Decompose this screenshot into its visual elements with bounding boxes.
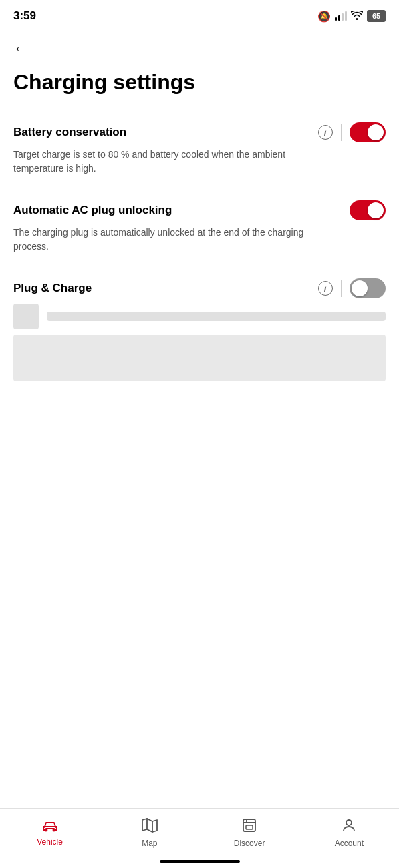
signal-bar-2 xyxy=(338,15,340,21)
home-indicator xyxy=(160,860,240,863)
setting-row-battery: Battery conservation i xyxy=(13,122,386,142)
skeleton-avatar xyxy=(13,304,39,329)
setting-ac-plug: Automatic AC plug unlocking The charging… xyxy=(13,188,386,266)
skeleton-line xyxy=(47,312,386,321)
bottom-nav: Vehicle Map Discover Ac xyxy=(0,808,399,868)
ac-plug-title: Automatic AC plug unlocking xyxy=(13,204,172,217)
setting-row-plug-charge: Plug & Charge i xyxy=(13,278,386,298)
discover-icon xyxy=(241,817,257,836)
account-label: Account xyxy=(335,839,364,848)
map-icon xyxy=(141,817,158,836)
vehicle-label: Vehicle xyxy=(37,837,63,847)
ac-plug-controls xyxy=(350,200,386,220)
setting-row-ac-plug: Automatic AC plug unlocking xyxy=(13,200,386,220)
status-icons: 🔕 65 xyxy=(317,10,386,23)
nav-vehicle[interactable]: Vehicle xyxy=(0,819,100,847)
nav-discover[interactable]: Discover xyxy=(200,817,299,848)
map-label: Map xyxy=(142,839,157,848)
discover-label: Discover xyxy=(234,839,265,848)
settings-list: Battery conservation i Target charge is … xyxy=(0,110,399,393)
svg-rect-1 xyxy=(246,825,253,829)
plug-charge-toggle[interactable] xyxy=(350,278,386,298)
signal-bar-4 xyxy=(345,11,347,21)
signal-bar-1 xyxy=(335,17,337,21)
status-time: 3:59 xyxy=(13,9,36,23)
skeleton-block xyxy=(13,335,386,381)
plug-charge-divider xyxy=(341,280,342,297)
plug-charge-controls: i xyxy=(318,278,386,298)
plug-charge-toggle-knob xyxy=(352,280,368,296)
plug-charge-skeleton xyxy=(13,304,386,381)
battery-conservation-divider xyxy=(341,124,342,141)
back-arrow-icon[interactable]: ← xyxy=(13,40,28,57)
battery-conservation-info-icon[interactable]: i xyxy=(318,125,333,140)
battery-indicator: 65 xyxy=(367,10,386,22)
status-bar: 3:59 🔕 65 xyxy=(0,0,399,29)
setting-plug-charge: Plug & Charge i xyxy=(13,266,386,393)
page-title: Charging settings xyxy=(0,63,399,110)
back-button[interactable]: ← xyxy=(0,29,399,63)
ac-plug-toggle[interactable] xyxy=(350,200,386,220)
ac-plug-toggle-knob xyxy=(368,202,384,218)
signal-bars xyxy=(335,11,347,21)
nav-map[interactable]: Map xyxy=(100,817,199,848)
battery-conservation-description: Target charge is set to 80 % and battery… xyxy=(13,148,307,176)
svg-point-2 xyxy=(346,820,352,825)
plug-charge-info-icon[interactable]: i xyxy=(318,281,333,296)
bell-icon: 🔕 xyxy=(317,10,331,23)
signal-bar-3 xyxy=(342,13,344,21)
battery-conservation-toggle[interactable] xyxy=(350,122,386,142)
ac-plug-description: The charging plug is automatically unloc… xyxy=(13,226,307,254)
battery-conservation-title: Battery conservation xyxy=(13,126,126,139)
wifi-icon xyxy=(351,11,363,22)
account-icon xyxy=(341,817,357,836)
setting-battery-conservation: Battery conservation i Target charge is … xyxy=(13,110,386,188)
nav-account[interactable]: Account xyxy=(299,817,399,848)
battery-conservation-controls: i xyxy=(318,122,386,142)
skeleton-row xyxy=(13,304,386,329)
battery-conservation-toggle-knob xyxy=(368,124,384,140)
plug-charge-title: Plug & Charge xyxy=(13,282,92,295)
vehicle-icon xyxy=(41,819,59,835)
